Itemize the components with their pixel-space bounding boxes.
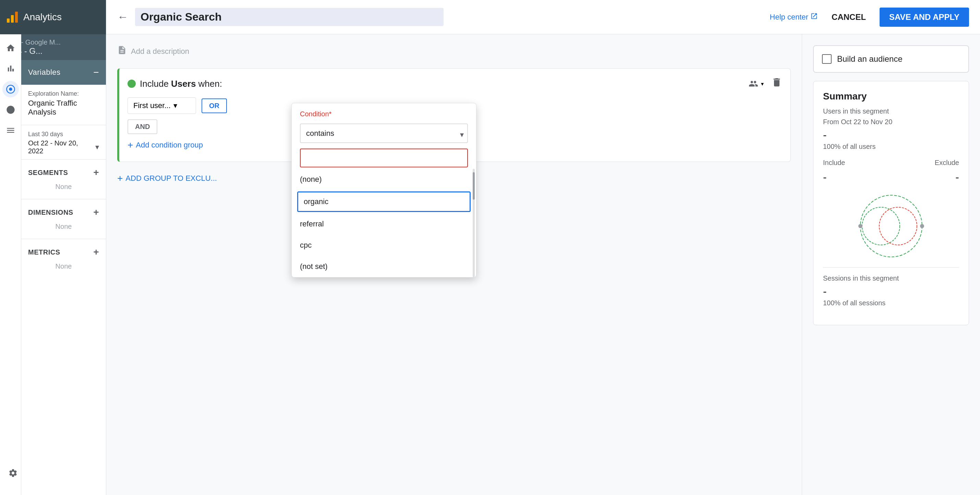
svg-point-8 — [858, 224, 862, 228]
right-panel: Build an audience Summary Users in this … — [802, 34, 980, 495]
users-dash: - — [823, 129, 959, 141]
include-header: Include Users when: ▾ — [127, 77, 782, 91]
users-strong: Users — [171, 78, 196, 89]
top-header: ← Help center CANCEL SAVE AND APPLY — [106, 0, 980, 34]
settings-icon[interactable] — [5, 465, 21, 481]
sidebar-divider-1 — [21, 125, 106, 125]
add-metric-button[interactable]: + — [93, 248, 99, 257]
variables-header: Variables − — [21, 60, 106, 85]
date-range-chevron-icon: ▾ — [95, 143, 99, 152]
exclude-dash: - — [955, 171, 959, 184]
condition-label: Condition* — [292, 103, 476, 121]
target-icon[interactable] — [2, 102, 19, 118]
exclude-label: Exclude — [935, 159, 959, 167]
sidebar: Analytics GA4 - Google M... GA4 - G... — [0, 0, 106, 495]
users-dropdown-chevron-icon: ▾ — [761, 81, 764, 87]
value-input[interactable] — [300, 148, 468, 168]
build-audience-label: Build an audience — [837, 54, 902, 64]
scrollbar-thumb[interactable] — [473, 172, 475, 200]
content-area: Add a description Include Users when: ▾ — [106, 34, 980, 495]
build-audience-card: Build an audience — [813, 45, 969, 73]
main-area: ← Help center CANCEL SAVE AND APPLY Add … — [106, 0, 980, 495]
build-audience-checkbox[interactable] — [822, 54, 832, 64]
save-apply-button[interactable]: SAVE AND APPLY — [880, 8, 969, 27]
svg-rect-0 — [7, 19, 10, 22]
scrollbar-track — [473, 169, 475, 277]
home-icon[interactable] — [2, 40, 19, 56]
svg-point-5 — [861, 195, 922, 257]
list-item-referral[interactable]: referral — [292, 213, 476, 235]
segment-editor: Add a description Include Users when: ▾ — [106, 34, 802, 495]
first-user-dropdown[interactable]: First user... ▾ — [127, 97, 196, 114]
sessions-pct: 100% of all sessions — [823, 299, 959, 307]
first-user-chevron-icon: ▾ — [173, 101, 177, 110]
exploration-name-label: Exploration Name: — [21, 85, 106, 99]
svg-point-4 — [9, 88, 12, 91]
dimensions-label: DIMENSIONS — [28, 209, 73, 216]
list-icon[interactable] — [2, 122, 19, 139]
analytics-title: Analytics — [23, 12, 62, 22]
external-link-icon — [810, 12, 818, 22]
cancel-button[interactable]: CANCEL — [826, 9, 871, 26]
delete-group-button[interactable] — [771, 77, 782, 91]
sessions-dash: - — [823, 285, 959, 298]
metrics-label: METRICS — [28, 248, 60, 256]
segment-title-input[interactable] — [135, 8, 444, 26]
analytics-logo-icon — [5, 10, 19, 24]
svg-rect-1 — [11, 15, 14, 22]
description-row: Add a description — [117, 45, 791, 57]
sessions-label: Sessions in this segment — [823, 275, 959, 282]
segments-label: SEGMENTS — [28, 169, 68, 177]
summary-card: Summary Users in this segment From Oct 2… — [813, 81, 969, 325]
sidebar-divider-4 — [21, 239, 106, 239]
list-item-cpc[interactable]: cpc — [292, 235, 476, 256]
add-group-plus-icon: + — [117, 173, 123, 184]
users-date-range: From Oct 22 to Nov 20 — [823, 118, 959, 126]
add-condition-plus-icon: + — [127, 140, 133, 150]
back-button[interactable]: ← — [117, 11, 128, 23]
list-item-not-set[interactable]: (not set) — [292, 256, 476, 277]
and-button[interactable]: AND — [127, 120, 158, 134]
dimensions-header: DIMENSIONS + — [21, 202, 106, 220]
svg-point-7 — [879, 207, 917, 245]
include-label: Include — [823, 159, 845, 167]
description-placeholder[interactable]: Add a description — [131, 47, 189, 56]
users-pct: 100% of all users — [823, 143, 959, 150]
add-segment-button[interactable]: + — [93, 168, 99, 177]
header-actions: Help center CANCEL SAVE AND APPLY — [770, 8, 969, 27]
explore-icon[interactable] — [2, 81, 19, 97]
list-item-organic[interactable]: organic — [297, 192, 471, 212]
help-center-link[interactable]: Help center — [770, 12, 818, 22]
segments-none: None — [21, 180, 106, 196]
date-range-label: Last 30 days — [21, 128, 106, 139]
nav-icons — [0, 34, 21, 495]
sidebar-top-bar: Analytics — [0, 0, 106, 34]
date-range-value[interactable]: Oct 22 - Nov 20, 2022 ▾ — [21, 139, 106, 156]
sidebar-divider-2 — [21, 159, 106, 160]
required-star: * — [329, 110, 332, 118]
metrics-none: None — [21, 260, 106, 276]
dimensions-none: None — [21, 220, 106, 236]
include-exclude-row: Include Exclude — [823, 159, 959, 167]
description-icon — [117, 45, 127, 57]
users-dropdown-button[interactable]: ▾ — [746, 77, 766, 91]
include-actions: ▾ — [746, 77, 782, 91]
add-dimension-button[interactable]: + — [93, 208, 99, 217]
svg-rect-2 — [15, 12, 18, 22]
list-item-none[interactable]: (none) — [292, 169, 476, 190]
bar-chart-icon[interactable] — [2, 61, 19, 77]
condition-select[interactable]: contains exactly matches starts with end… — [300, 123, 468, 143]
venn-diagram — [823, 192, 959, 260]
sidebar-content: Variables − Exploration Name: Organic Tr… — [21, 60, 106, 495]
dropdown-list: (none) organic referral cpc (not set) — [292, 169, 476, 277]
include-dot-icon — [127, 80, 136, 88]
svg-point-6 — [862, 207, 900, 245]
svg-point-9 — [920, 224, 924, 228]
segments-header: SEGMENTS + — [21, 162, 106, 180]
minimize-button[interactable]: − — [93, 67, 99, 78]
include-exclude-dashes: - - — [823, 171, 959, 185]
or-button[interactable]: OR — [202, 99, 227, 113]
include-label: Include Users when: — [140, 78, 222, 89]
metrics-header: METRICS + — [21, 242, 106, 260]
include-dash: - — [823, 171, 827, 184]
